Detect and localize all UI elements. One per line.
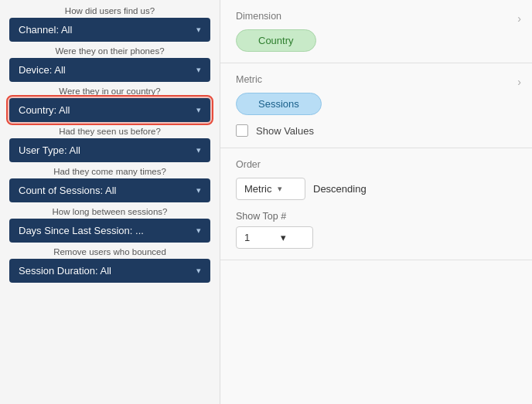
left-panel: How did users find us?Channel: All▾Were …	[0, 0, 220, 404]
dimension-chevron-icon[interactable]: ›	[517, 12, 521, 25]
filter-arrow-icon-country: ▾	[196, 105, 201, 115]
filter-group-country: Were they in our country?Country: All▾	[9, 87, 210, 122]
filter-question-country: Were they in our country?	[9, 87, 210, 96]
filter-dropdown-count_sessions[interactable]: Count of Sessions: All▾	[9, 178, 210, 202]
dimension-value[interactable]: Country	[236, 29, 316, 52]
show-values-row: Show Values	[236, 124, 517, 137]
filter-group-user_type: Had they seen us before?User Type: All▾	[9, 127, 210, 162]
filter-question-days_since: How long between sessions?	[9, 207, 210, 216]
filter-label-country: Country: All	[19, 104, 70, 116]
metric-chevron-icon[interactable]: ›	[517, 76, 521, 88]
top-value-arrow-icon: ▾	[281, 232, 286, 243]
filter-question-user_type: Had they seen us before?	[9, 127, 210, 136]
filter-label-channel: Channel: All	[19, 24, 72, 36]
filter-group-count_sessions: Had they come many times?Count of Sessio…	[9, 167, 210, 202]
order-direction-label: Descending	[313, 183, 367, 195]
filter-label-count_sessions: Count of Sessions: All	[19, 185, 116, 196]
filter-label-user_type: User Type: All	[19, 144, 80, 156]
filter-arrow-icon-channel: ▾	[196, 25, 201, 35]
show-values-checkbox[interactable]	[236, 124, 248, 137]
metric-value[interactable]: Sessions	[236, 93, 322, 115]
metric-order-arrow-icon: ▾	[278, 184, 282, 194]
filter-arrow-icon-device: ▾	[196, 65, 201, 75]
dimension-section: Dimension › Country	[220, 0, 532, 63]
order-title: Order	[236, 159, 517, 170]
top-value-select[interactable]: 1 ▾	[236, 226, 313, 249]
filter-group-days_since: How long between sessions?Days Since Las…	[9, 207, 210, 243]
filter-arrow-icon-days_since: ▾	[196, 226, 201, 236]
filter-group-session_duration: Remove users who bouncedSession Duration…	[9, 247, 210, 283]
filter-group-channel: How did users find us?Channel: All▾	[9, 6, 210, 42]
right-panel: Dimension › Country Metric › Sessions Sh…	[220, 0, 532, 404]
filter-dropdown-device[interactable]: Device: All▾	[9, 58, 210, 82]
filter-dropdown-user_type[interactable]: User Type: All▾	[9, 138, 210, 162]
metric-order-select[interactable]: Metric ▾	[236, 178, 305, 200]
order-row: Metric ▾ Descending	[236, 178, 517, 200]
filter-question-count_sessions: Had they come many times?	[9, 167, 210, 176]
filter-question-session_duration: Remove users who bounced	[9, 247, 210, 256]
filter-arrow-icon-session_duration: ▾	[196, 266, 201, 276]
filter-label-device: Device: All	[19, 64, 66, 76]
metric-title: Metric	[236, 74, 517, 85]
filter-dropdown-country[interactable]: Country: All▾	[9, 98, 210, 122]
filter-question-device: Were they on their phones?	[9, 46, 210, 56]
filter-dropdown-session_duration[interactable]: Session Duration: All▾	[9, 259, 210, 283]
dimension-title: Dimension	[236, 11, 517, 22]
filter-label-session_duration: Session Duration: All	[19, 265, 111, 277]
filter-label-days_since: Days Since Last Session: ...	[19, 225, 144, 236]
filter-dropdown-channel[interactable]: Channel: All▾	[9, 18, 210, 42]
filter-arrow-icon-user_type: ▾	[196, 145, 201, 155]
filter-arrow-icon-count_sessions: ▾	[196, 185, 201, 195]
order-section: Order Metric ▾ Descending Show Top # 1 ▾	[220, 148, 532, 260]
show-top-label: Show Top #	[236, 211, 517, 222]
metric-section: Metric › Sessions Show Values	[220, 63, 532, 148]
filter-dropdown-days_since[interactable]: Days Since Last Session: ...▾	[9, 219, 210, 243]
metric-order-label: Metric	[244, 183, 271, 195]
filter-question-channel: How did users find us?	[9, 6, 210, 15]
top-value: 1	[244, 232, 250, 243]
filter-group-device: Were they on their phones?Device: All▾	[9, 46, 210, 82]
show-values-label: Show Values	[256, 125, 314, 137]
